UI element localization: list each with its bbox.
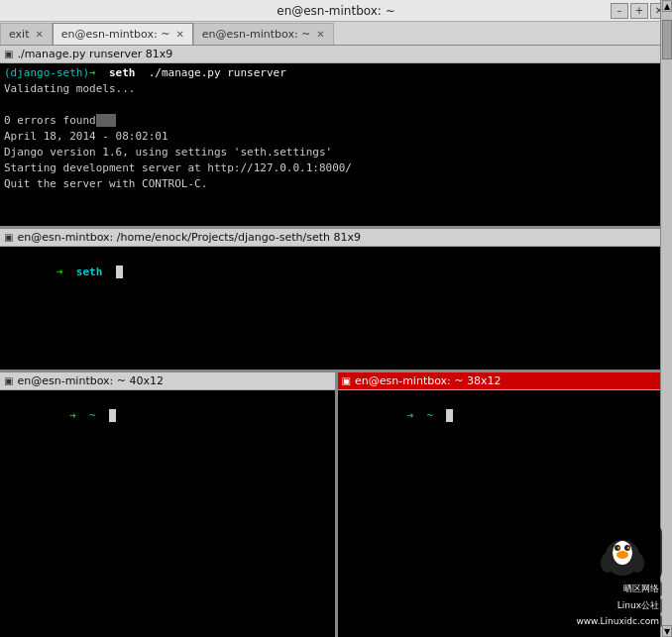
maximize-button[interactable]: +	[630, 3, 648, 19]
term-line-4: 0 errors found	[4, 113, 658, 129]
pane-bottom-right-icon: ▣	[342, 375, 351, 386]
pane-top-content[interactable]: (django-seth)➜ seth ./manage.py runserve…	[0, 63, 672, 226]
pane-bottom-left-title: en@esn-mintbox: ~ 40x12	[17, 374, 164, 387]
tab-terminal-2[interactable]: en@esn-mintbox: ~ ✕	[193, 23, 334, 45]
pane-bottom-row: ▣ en@esn-mintbox: ~ 40x12 ➜ ~ ▲ ▼ ▣ en@e…	[0, 372, 672, 637]
term-line-bl-1: ➜ ~	[4, 392, 321, 440]
pane-middle-icon: ▣	[4, 232, 13, 243]
main-content: ▣ ./manage.py runserver 81x9 (django-set…	[0, 46, 672, 637]
term-line-middle-1: ➜ seth	[4, 249, 658, 296]
tab-terminal-1-close[interactable]: ✕	[175, 29, 183, 40]
pane-bottom-right: ▣ en@esn-mintbox: ~ 38x12 ➜ ~ ▲ ▼	[338, 372, 673, 637]
pane-bottom-right-content[interactable]: ➜ ~	[338, 390, 673, 637]
scroll-br-down-btn[interactable]: ▼	[662, 625, 672, 637]
pane-bottom-left: ▣ en@esn-mintbox: ~ 40x12 ➜ ~ ▲ ▼	[0, 372, 338, 637]
tab-exit[interactable]: exit ✕	[0, 23, 53, 45]
term-line-3	[4, 97, 658, 113]
term-line-7: Starting development server at http://12…	[4, 160, 658, 176]
title-bar: en@esn-mintbox: ~ – + ✕	[0, 0, 672, 22]
term-line-6: Django version 1.6, using settings 'seth…	[4, 145, 658, 160]
tab-terminal-2-label: en@esn-mintbox: ~	[202, 28, 311, 41]
tab-bar: exit ✕ en@esn-mintbox: ~ ✕ en@esn-mintbo…	[0, 22, 672, 46]
term-line-br-1: ➜ ~	[342, 392, 659, 440]
pane-middle-content[interactable]: ➜ seth	[0, 247, 672, 370]
pane-top-icon: ▣	[4, 49, 13, 59]
tab-exit-close[interactable]: ✕	[35, 29, 43, 40]
term-line-2: Validating models...	[4, 81, 658, 97]
pane-top: ▣ ./manage.py runserver 81x9 (django-set…	[0, 46, 672, 229]
term-line-1: (django-seth)➜ seth ./manage.py runserve…	[4, 65, 658, 81]
pane-middle: ▣ en@esn-mintbox: /home/enock/Projects/d…	[0, 229, 672, 372]
pane-bottom-left-content[interactable]: ➜ ~	[0, 390, 335, 637]
pane-top-titlebar: ▣ ./manage.py runserver 81x9	[0, 46, 672, 63]
tab-terminal-1[interactable]: en@esn-mintbox: ~ ✕	[53, 23, 193, 45]
pane-bottom-right-title: en@esn-mintbox: ~ 38x12	[355, 374, 502, 387]
pane-middle-title: en@esn-mintbox: /home/enock/Projects/dja…	[17, 231, 361, 244]
pane-bottom-right-titlebar: ▣ en@esn-mintbox: ~ 38x12	[338, 372, 673, 390]
pane-bottom-left-icon: ▣	[4, 375, 13, 386]
tab-terminal-2-close[interactable]: ✕	[316, 29, 324, 40]
term-line-5: April 18, 2014 - 08:02:01	[4, 129, 658, 145]
term-line-8: Quit the server with CONTROL-C.	[4, 176, 658, 192]
pane-bottom-right-scrollbar[interactable]: ▲ ▼	[660, 372, 672, 637]
pane-middle-titlebar: ▣ en@esn-mintbox: /home/enock/Projects/d…	[0, 229, 672, 247]
minimize-button[interactable]: –	[611, 3, 628, 19]
window-title: en@esn-mintbox: ~	[277, 4, 395, 18]
pane-top-title: ./manage.py runserver 81x9	[17, 48, 172, 60]
tab-exit-label: exit	[9, 28, 29, 41]
pane-bottom-left-titlebar: ▣ en@esn-mintbox: ~ 40x12	[0, 372, 335, 390]
tab-terminal-1-label: en@esn-mintbox: ~	[61, 28, 170, 41]
